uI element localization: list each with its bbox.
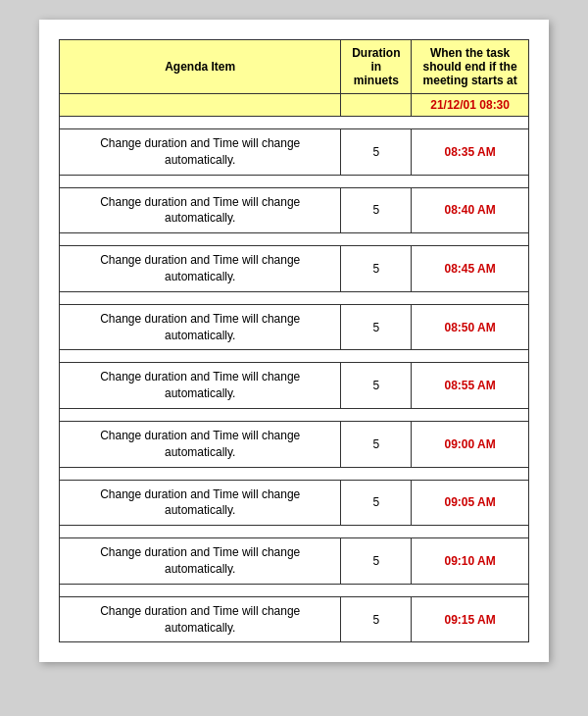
date-agenda-cell [60, 94, 341, 117]
duration-cell: 5 [341, 480, 412, 526]
agenda-cell: Change duration and Time will change aut… [60, 187, 341, 233]
table-row: Change duration and Time will change aut… [60, 363, 529, 409]
agenda-cell: Change duration and Time will change aut… [60, 246, 341, 292]
header-duration: Duration in minuets [341, 40, 412, 94]
agenda-cell: Change duration and Time will change aut… [60, 421, 341, 467]
time-cell: 08:50 AM [412, 304, 529, 350]
spacer-row [60, 584, 529, 596]
spacer-row [60, 291, 529, 304]
page-container: Agenda Item Duration in minuets When the… [39, 20, 549, 662]
agenda-cell: Change duration and Time will change aut… [60, 129, 341, 176]
spacer-row [60, 526, 529, 538]
agenda-cell: Change duration and Time will change aut… [60, 480, 341, 526]
table-row: Change duration and Time will change aut… [60, 187, 529, 233]
table-row: Change duration and Time will change aut… [60, 596, 529, 642]
agenda-cell: Change duration and Time will change aut… [60, 304, 341, 350]
duration-cell: 5 [341, 246, 412, 292]
header-when: When the task should end if the meeting … [412, 40, 529, 94]
duration-cell: 5 [341, 363, 412, 409]
agenda-cell: Change duration and Time will change aut… [60, 596, 341, 642]
duration-cell: 5 [341, 187, 412, 233]
agenda-cell: Change duration and Time will change aut… [60, 538, 341, 585]
spacer-row [60, 175, 529, 187]
duration-cell: 5 [341, 129, 412, 176]
table-row: Change duration and Time will change aut… [60, 538, 529, 585]
agenda-cell: Change duration and Time will change aut… [60, 363, 341, 409]
time-cell: 09:15 AM [412, 596, 529, 642]
spacer-row [60, 408, 529, 421]
time-cell: 09:00 AM [412, 421, 529, 467]
start-date-cell: 21/12/01 08:30 [412, 94, 529, 117]
time-cell: 09:05 AM [412, 480, 529, 526]
table-row: Change duration and Time will change aut… [60, 304, 529, 350]
time-cell: 08:35 AM [412, 129, 529, 176]
duration-cell: 5 [341, 596, 412, 642]
time-cell: 09:10 AM [412, 538, 529, 585]
duration-cell: 5 [341, 538, 412, 585]
date-duration-cell [341, 94, 412, 117]
duration-cell: 5 [341, 304, 412, 350]
spacer-row [60, 117, 529, 129]
table-row: Change duration and Time will change aut… [60, 480, 529, 526]
duration-cell: 5 [341, 421, 412, 467]
spacer-row [60, 467, 529, 480]
table-row: Change duration and Time will change aut… [60, 246, 529, 292]
time-cell: 08:40 AM [412, 187, 529, 233]
agenda-table: Agenda Item Duration in minuets When the… [59, 39, 529, 642]
time-cell: 08:55 AM [412, 363, 529, 409]
time-cell: 08:45 AM [412, 246, 529, 292]
header-agenda: Agenda Item [60, 40, 341, 94]
spacer-row [60, 350, 529, 363]
spacer-row [60, 233, 529, 246]
table-row: Change duration and Time will change aut… [60, 421, 529, 467]
table-row: Change duration and Time will change aut… [60, 129, 529, 176]
